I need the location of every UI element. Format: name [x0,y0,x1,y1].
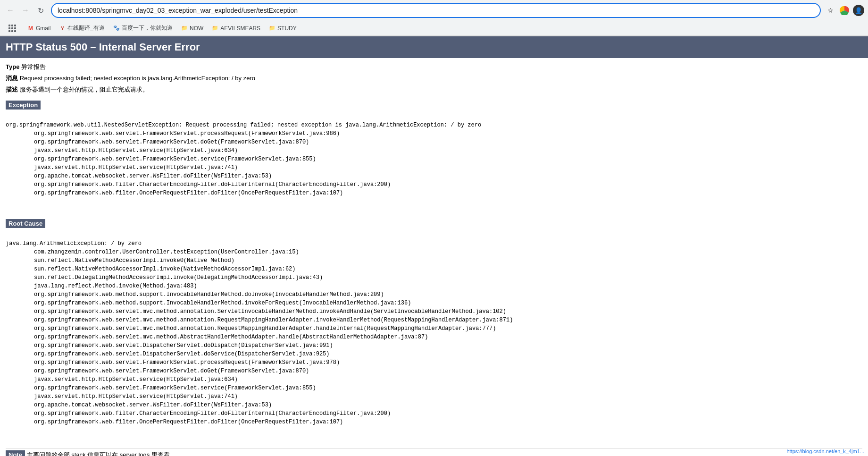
bookmark-study[interactable]: 📁 STUDY [265,24,300,33]
description-section: 描述 服务器遇到一个意外的情况，阻止它完成请求。 [6,85,862,94]
bottom-link-text: https://blog.csdn.net/en_k_4jm1... [787,448,865,454]
note-label: Note [6,450,25,456]
root-cause-line-17: javax.servlet.http.HttpServlet.service(H… [6,375,862,384]
root-cause-line-19: javax.servlet.http.HttpServlet.service(H… [6,392,862,401]
bookmark-now-label: NOW [190,25,203,32]
exception-trace-line-2: org.springframework.web.servlet.Framewor… [6,129,862,138]
exception-trace-line-1: org.springframework.web.util.NestedServl… [6,121,862,129]
profile-icon[interactable]: 👤 [853,5,864,16]
root-cause-line-11: org.springframework.web.servlet.mvc.meth… [6,324,862,333]
exception-trace-line-4: javax.servlet.http.HttpServlet.service(H… [6,146,862,155]
bookmark-gmail[interactable]: M Gmail [24,24,54,33]
root-cause-line-3: sun.reflect.NativeMethodAccessorImpl.inv… [6,256,862,265]
exception-trace-line-7: org.apache.tomcat.websocket.server.WsFil… [6,172,862,180]
root-cause-line-21: org.springframework.web.filter.Character… [6,409,862,418]
exception-trace: org.springframework.web.util.NestedServl… [6,112,862,214]
root-cause-line-14: org.springframework.web.servlet.Dispatch… [6,350,862,358]
now-favicon: 📁 [181,25,188,32]
http-status-title: HTTP Status 500 – Internal Server Error [6,41,200,53]
bottom-link[interactable]: https://blog.csdn.net/en_k_4jm1... [787,448,865,454]
root-cause-trace: java.lang.ArithmeticException: / by zero… [6,231,862,443]
youdao-favicon: Y [59,25,66,32]
root-cause-line-18: org.springframework.web.servlet.Framewor… [6,384,862,392]
message-section: 消息 Request processing failed; nested exc… [6,74,862,83]
browser-chrome: ← → ↻ ☆ 👤 [0,0,868,36]
root-cause-line-22: org.springframework.web.filter.OncePerRe… [6,418,862,426]
page-content: HTTP Status 500 – Internal Server Error … [0,36,868,456]
root-cause-header: Root Cause [6,219,45,228]
description-value: 服务器遇到一个意外的情况，阻止它完成请求。 [20,86,149,93]
exception-trace-line-6: javax.servlet.http.HttpServlet.service(H… [6,163,862,172]
bookmark-star-icon[interactable]: ☆ [825,5,836,16]
exception-header: Exception [6,101,41,110]
root-cause-line-5: sun.reflect.DelegatingMethodAccessorImpl… [6,273,862,282]
study-favicon: 📁 [269,25,275,32]
browser-icons: ☆ 👤 [825,5,864,16]
type-label: Type [6,63,19,70]
reload-button[interactable]: ↻ [34,4,47,17]
exception-trace-line-5: org.springframework.web.servlet.Framewor… [6,155,862,163]
baidu-favicon: 🐾 [113,25,120,32]
forward-button[interactable]: → [19,4,32,17]
description-label: 描述 [6,86,18,93]
root-cause-line-7: org.springframework.web.method.support.I… [6,290,862,299]
browser-toolbar: ← → ↻ ☆ 👤 [0,0,868,21]
apps-menu-button[interactable] [4,22,23,34]
note-section: Note 主要问题的全部 stack 信息可以在 server logs 里查看 [6,448,862,456]
address-bar-container [51,3,821,18]
exception-trace-line-9: org.springframework.web.filter.OncePerRe… [6,189,862,197]
http-status-header: HTTP Status 500 – Internal Server Error [0,36,868,58]
note-value: 主要问题的全部 stack 信息可以在 server logs 里查看 [27,451,170,456]
root-cause-line-20: org.apache.tomcat.websocket.server.WsFil… [6,401,862,409]
apps-grid-icon [8,24,17,33]
root-cause-header-container: Root Cause [6,215,862,230]
bookmark-baidu[interactable]: 🐾 百度一下，你就知道 [109,23,176,34]
bookmark-baidu-label: 百度一下，你就知道 [122,24,173,32]
bookmark-youdao[interactable]: Y 在线翻译_有道 [55,23,108,34]
root-cause-line-8: org.springframework.web.method.support.I… [6,299,862,307]
root-cause-line-12: org.springframework.web.servlet.mvc.meth… [6,333,862,341]
back-button[interactable]: ← [4,4,17,17]
message-value: Request processing failed; nested except… [20,75,255,82]
bookmark-study-label: STUDY [277,25,297,32]
exception-trace-line-8: org.springframework.web.filter.Character… [6,180,862,189]
nav-buttons: ← → ↻ [4,4,47,17]
address-bar[interactable] [51,3,821,18]
root-cause-line-1: java.lang.ArithmeticException: / by zero [6,239,862,248]
bookmark-aevilsmears[interactable]: 📁 AEVILSMEARS [208,24,264,33]
root-cause-line-4: sun.reflect.NativeMethodAccessorImpl.inv… [6,265,862,273]
bookmark-gmail-label: Gmail [36,25,50,32]
message-label: 消息 [6,75,18,82]
bookmark-youdao-label: 在线翻译_有道 [67,24,105,32]
bookmark-now[interactable]: 📁 NOW [177,24,207,33]
root-cause-line-2: com.zhangzemin.controller.UserController… [6,248,862,256]
root-cause-line-6: java.lang.reflect.Method.invoke(Method.j… [6,282,862,290]
bookmarks-bar: M Gmail Y 在线翻译_有道 🐾 百度一下，你就知道 📁 NOW 📁 AE… [0,21,868,36]
browser-logo-icon [839,5,850,16]
root-cause-line-10: org.springframework.web.servlet.mvc.meth… [6,316,862,324]
gmail-favicon: M [27,25,34,32]
type-value: 异常报告 [21,63,46,70]
root-cause-line-16: org.springframework.web.servlet.Framewor… [6,367,862,375]
root-cause-line-15: org.springframework.web.servlet.Framewor… [6,358,862,367]
error-body: Type 异常报告 消息 Request processing failed; … [0,58,868,456]
bookmark-aevilsmears-label: AEVILSMEARS [220,25,260,32]
aevilsmears-favicon: 📁 [212,25,218,32]
exception-trace-line-3: org.springframework.web.servlet.Framewor… [6,138,862,146]
root-cause-line-13: org.springframework.web.servlet.Dispatch… [6,341,862,350]
root-cause-line-9: org.springframework.web.servlet.mvc.meth… [6,307,862,316]
exception-header-container: Exception [6,97,862,111]
type-section: Type 异常报告 [6,63,862,71]
